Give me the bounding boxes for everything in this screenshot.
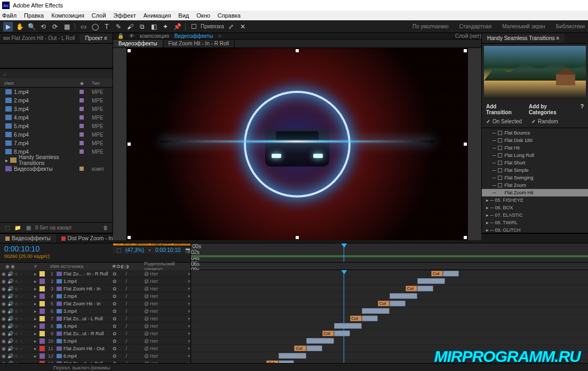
transform-handle[interactable] xyxy=(464,49,467,52)
help-button[interactable]: ? xyxy=(581,104,584,115)
shy-switch[interactable]: ✿ xyxy=(112,338,117,344)
col-type[interactable]: Тип xyxy=(90,81,113,86)
project-item[interactable]: Видеоэффектыкомп xyxy=(0,164,113,173)
video-toggle[interactable]: ◉ xyxy=(1,301,6,306)
category-item[interactable]: ▸ ─ 05. FISHEYE xyxy=(482,196,588,204)
video-toggle[interactable]: ◉ xyxy=(1,294,6,299)
menu-item[interactable]: Композиция xyxy=(51,12,84,19)
clip-marker[interactable]: Cut xyxy=(322,330,334,336)
pickwhip-icon[interactable]: @ xyxy=(144,271,149,277)
lock-toggle[interactable]: ◦ xyxy=(20,323,22,329)
track-row[interactable] xyxy=(191,307,588,315)
transition-item[interactable]: ─ Flat Hit xyxy=(482,144,588,152)
delete-icon[interactable]: 🗑 xyxy=(102,224,109,232)
timeline-tab[interactable]: Dist Pow Zoom - In xyxy=(56,234,118,242)
clip-bar[interactable] xyxy=(417,286,433,291)
menu-item[interactable]: Вид xyxy=(178,12,189,19)
layer-label-color[interactable] xyxy=(39,301,45,306)
timeline-tab[interactable]: Видеоэффекты xyxy=(0,234,56,242)
col-name[interactable]: Имя xyxy=(0,81,74,86)
solo-toggle[interactable]: ○ xyxy=(14,294,19,299)
lock-toggle[interactable]: ◦ xyxy=(20,309,22,314)
pickwhip-icon[interactable]: @ xyxy=(144,323,149,329)
pickwhip-icon[interactable]: @ xyxy=(144,309,149,314)
transform-handle[interactable] xyxy=(128,143,131,146)
selection-tool[interactable]: ▶ xyxy=(3,22,13,31)
solo-toggle[interactable]: ○ xyxy=(14,301,19,306)
time-ruler[interactable]: :00s02s04s06s08s10s12s14s16s18s20s22s24s… xyxy=(191,243,588,262)
video-toggle[interactable]: ◉ xyxy=(1,331,6,336)
layer-label-color[interactable] xyxy=(39,279,45,284)
menu-item[interactable]: Слой xyxy=(92,12,106,19)
zoom-tool[interactable]: 🔍 xyxy=(27,22,36,31)
transition-item[interactable]: ─ Flat Swinging xyxy=(482,174,588,181)
layer-row[interactable]: ◉🔊○◦▸21.mp4✿ / @ Нет ▾ xyxy=(0,278,190,285)
layer-row[interactable]: ◉🔊○◦▸63.mp4✿ / @ Нет ▾ xyxy=(0,307,190,315)
layer-label-color[interactable] xyxy=(39,323,45,329)
clip-marker[interactable]: Cut xyxy=(350,315,362,321)
new-folder-icon[interactable]: 📁 xyxy=(14,224,21,232)
video-toggle[interactable]: ◉ xyxy=(1,323,6,329)
audio-toggle[interactable]: 🔊 xyxy=(7,331,13,336)
fx-switch[interactable]: / xyxy=(124,353,129,359)
layer-row[interactable]: ◉🔊○◦▸126.mp4✿ / @ Нет ▾ xyxy=(0,352,190,360)
category-item[interactable]: ▸ ─ 06. BOX xyxy=(482,204,588,211)
solo-toggle[interactable]: ○ xyxy=(14,316,19,321)
clip-bar[interactable] xyxy=(334,330,350,336)
audio-toggle[interactable]: 🔊 xyxy=(7,346,13,351)
viewport[interactable] xyxy=(113,48,481,240)
fx-switch[interactable]: / xyxy=(124,346,129,351)
transition-item[interactable]: ─ Flat Short xyxy=(482,159,588,167)
solo-toggle[interactable]: ○ xyxy=(14,338,19,344)
lock-icon[interactable]: 🔒 xyxy=(117,33,124,39)
transform-handle[interactable] xyxy=(128,236,131,239)
solo-toggle[interactable]: ○ xyxy=(14,323,19,329)
puppet-tool[interactable]: 📌 xyxy=(172,22,182,31)
col-source-name[interactable]: Имя источника xyxy=(48,264,106,269)
fx-switch[interactable]: / xyxy=(124,331,129,336)
lock-toggle[interactable]: ◦ xyxy=(20,301,22,306)
transition-item[interactable]: ─ Flat Disk 180 xyxy=(482,137,588,144)
subtab-other[interactable]: Flat Zoom Hit - In - R Roll xyxy=(163,40,235,48)
lock-toggle[interactable]: ◦ xyxy=(20,346,22,351)
track-row[interactable] xyxy=(191,278,588,285)
layer-label-color[interactable] xyxy=(39,338,45,344)
project-item[interactable]: 6.mp4MPE xyxy=(0,130,113,139)
snap-opt-1[interactable]: ⤢ xyxy=(226,22,236,31)
transition-item[interactable]: ─ Flat Bounce xyxy=(482,129,588,137)
fx-switch[interactable]: / xyxy=(124,271,129,277)
layer-row[interactable]: ◉🔊○◦▸84.mp4✿ / @ Нет ▾ xyxy=(0,322,190,330)
camera-tool[interactable]: ▦ xyxy=(62,22,71,31)
rotate-tool[interactable]: ⟳ xyxy=(50,22,60,31)
video-toggle[interactable]: ◉ xyxy=(1,286,6,291)
pickwhip-icon[interactable]: @ xyxy=(144,346,149,351)
audio-toggle[interactable]: 🔊 xyxy=(7,279,13,284)
pen-tool[interactable]: ✎ xyxy=(114,22,123,31)
track-row[interactable] xyxy=(191,322,588,330)
clip-marker[interactable]: Cut xyxy=(378,301,390,306)
shy-switch[interactable]: ✿ xyxy=(112,346,117,351)
shy-switch[interactable]: ✿ xyxy=(112,294,117,299)
solo-toggle[interactable]: ○ xyxy=(14,279,19,284)
video-toggle[interactable]: ◉ xyxy=(1,271,6,277)
pickwhip-icon[interactable]: @ xyxy=(144,316,149,321)
audio-toggle[interactable]: 🔊 xyxy=(7,301,13,306)
fx-switch[interactable]: / xyxy=(124,279,129,284)
shy-switch[interactable]: ✿ xyxy=(112,309,117,314)
pickwhip-icon[interactable]: @ xyxy=(144,353,149,359)
layer-row[interactable]: ◉🔊○◦▸105.mp4✿ / @ Нет ▾ xyxy=(0,337,190,345)
fx-switch[interactable]: / xyxy=(124,286,129,291)
clip-marker[interactable]: Cut xyxy=(431,271,443,277)
rect-tool[interactable]: ▭ xyxy=(78,22,88,31)
tab-transitions[interactable]: Handy Seamless Transitions ≡ xyxy=(482,34,565,43)
workspace-item[interactable]: По умолчанию xyxy=(412,23,449,29)
pickwhip-icon[interactable]: @ xyxy=(144,279,149,284)
layer-label-color[interactable] xyxy=(39,309,45,314)
menu-item[interactable]: Эффект xyxy=(114,12,136,19)
lock-toggle[interactable]: ◦ xyxy=(20,331,22,336)
project-item[interactable]: 7.mp4MPE xyxy=(0,139,113,147)
audio-toggle[interactable]: 🔊 xyxy=(7,323,13,329)
hand-tool[interactable]: ✋ xyxy=(15,22,25,31)
transform-handle[interactable] xyxy=(296,236,299,239)
lock-toggle[interactable]: ◦ xyxy=(20,353,22,359)
